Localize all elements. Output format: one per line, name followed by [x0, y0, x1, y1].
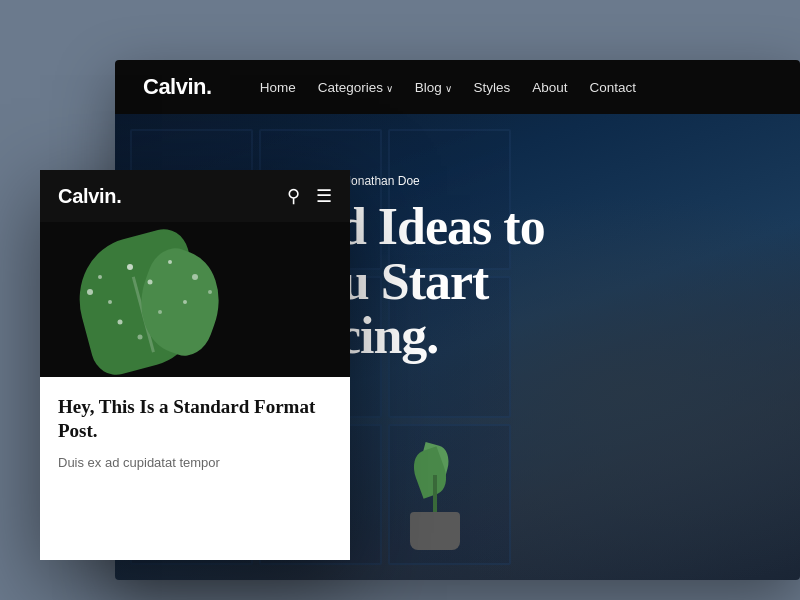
- plant-stem: [433, 475, 437, 515]
- svg-point-2: [108, 300, 112, 304]
- nav-link-blog[interactable]: Blog: [415, 80, 452, 95]
- svg-point-3: [168, 260, 172, 264]
- card-title: Hey, This Is a Standard Format Post.: [58, 395, 332, 443]
- nav-link-home[interactable]: Home: [260, 80, 296, 95]
- svg-point-1: [148, 280, 153, 285]
- nav-item-contact[interactable]: Contact: [590, 78, 637, 96]
- nav-link-about[interactable]: About: [532, 80, 567, 95]
- nav-item-home[interactable]: Home: [260, 78, 296, 96]
- mobile-overlay: Calvin. ⚲ ☰: [40, 170, 350, 560]
- mobile-nav-icons: ⚲ ☰: [287, 185, 332, 207]
- svg-point-7: [98, 275, 102, 279]
- svg-point-8: [138, 335, 143, 340]
- desktop-nav-links: Home Categories Blog Styles About Contac…: [260, 78, 636, 96]
- mobile-logo: Calvin.: [58, 185, 121, 208]
- nav-link-styles[interactable]: Styles: [474, 80, 511, 95]
- desktop-nav: Calvin. Home Categories Blog Styles Abou…: [115, 60, 800, 114]
- svg-point-11: [208, 290, 212, 294]
- svg-point-4: [192, 274, 198, 280]
- plant-decoration: [395, 430, 475, 550]
- nav-link-contact[interactable]: Contact: [590, 80, 637, 95]
- search-icon[interactable]: ⚲: [287, 185, 300, 207]
- mobile-card: Hey, This Is a Standard Format Post. Dui…: [40, 222, 350, 484]
- svg-point-9: [183, 300, 187, 304]
- nav-item-styles[interactable]: Styles: [474, 78, 511, 96]
- svg-point-0: [127, 264, 133, 270]
- desktop-logo: Calvin.: [143, 74, 212, 100]
- hamburger-menu-icon[interactable]: ☰: [316, 185, 332, 207]
- nav-item-about[interactable]: About: [532, 78, 567, 96]
- card-excerpt: Duis ex ad cupidatat tempor: [58, 453, 332, 473]
- svg-point-5: [118, 320, 123, 325]
- svg-point-10: [87, 289, 93, 295]
- mobile-nav: Calvin. ⚲ ☰: [40, 170, 350, 222]
- leaf-drops: [40, 222, 350, 377]
- svg-point-6: [158, 310, 162, 314]
- nav-item-categories[interactable]: Categories: [318, 78, 393, 96]
- card-image: [40, 222, 350, 377]
- nav-item-blog[interactable]: Blog: [415, 78, 452, 96]
- page-root: { "site": { "logo": "Calvin.", "nav": { …: [0, 0, 800, 600]
- card-body: Hey, This Is a Standard Format Post. Dui…: [40, 377, 350, 484]
- nav-link-categories[interactable]: Categories: [318, 80, 393, 95]
- author-name: Jonathan Doe: [345, 174, 420, 188]
- plant-pot: [410, 512, 460, 550]
